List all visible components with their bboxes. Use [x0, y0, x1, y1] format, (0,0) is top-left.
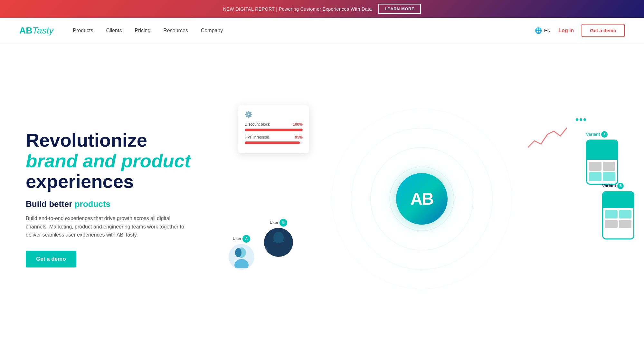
language-selector[interactable]: 🌐 EN [535, 27, 551, 34]
nav-link-clients[interactable]: Clients [106, 28, 122, 34]
banner-cta-button[interactable]: LEARN MORE [378, 4, 421, 14]
va-cell-a [589, 162, 601, 171]
vb-cell-c [605, 210, 618, 218]
nav-link-resources[interactable]: Resources [163, 28, 188, 34]
user-a-badge: A [242, 235, 250, 243]
user-a-avatar [229, 244, 254, 270]
three-dots-menu[interactable] [576, 118, 586, 121]
nav-link-products[interactable]: Products [73, 28, 93, 34]
logo-tasty: Tasty [32, 25, 53, 36]
hero-subtitle-plain: Build better [26, 199, 75, 209]
svg-point-4 [270, 245, 287, 255]
logo-ab: AB [19, 25, 32, 36]
settings-icon: ⚙️ [245, 111, 303, 118]
user-b-badge: B [279, 219, 287, 227]
card-pct-1: 100% [293, 122, 303, 127]
variant-b-container: Variant B [602, 183, 634, 239]
hero-left: Revolutionize brand and product experien… [26, 130, 219, 267]
svg-point-2 [235, 248, 242, 257]
card-row-2: KPI Threshold 95% [245, 135, 303, 140]
hero-title-line1: Revolutionize [26, 130, 147, 150]
language-label: EN [544, 28, 551, 33]
progress-bar-bg-1 [245, 129, 303, 131]
dot-1 [576, 118, 578, 121]
variant-a-phone [586, 140, 618, 185]
va-cell-b [603, 162, 615, 171]
user-a-label: User [233, 237, 242, 241]
vb-cell-a [605, 220, 618, 228]
nav-links: Products Clients Pricing Resources Compa… [73, 28, 535, 34]
card-row-1: Discount block 100% [245, 122, 303, 127]
card-pct-2: 95% [295, 135, 303, 140]
card-label-2: KPI Threshold [245, 135, 269, 140]
dot-3 [583, 118, 586, 121]
hero-title-line3: experiences [26, 171, 134, 192]
hero-section: Revolutionize brand and product experien… [0, 44, 644, 349]
va-cell-d [603, 172, 615, 181]
globe-icon: 🌐 [535, 27, 542, 34]
progress-bar-bg-2 [245, 141, 303, 144]
ab-circle: AB [396, 173, 448, 225]
hero-title-line2: brand and product [26, 150, 191, 171]
chart-line [528, 125, 567, 152]
user-b-avatar [264, 228, 293, 257]
user-a: User A [229, 235, 254, 270]
variant-b-phone [602, 191, 634, 239]
navbar: AB Tasty Products Clients Pricing Resour… [0, 18, 644, 44]
vb-cell-gray [619, 220, 631, 228]
logo[interactable]: AB Tasty [19, 25, 53, 36]
card-label-1: Discount block [245, 122, 270, 127]
get-demo-button-nav[interactable]: Get a demo [582, 24, 625, 37]
get-demo-button-hero[interactable]: Get a demo [26, 251, 76, 267]
hero-subtitle: Build better products [26, 199, 219, 209]
va-cell-c [589, 172, 601, 181]
login-button[interactable]: Log In [558, 28, 574, 34]
svg-point-1 [234, 259, 249, 268]
dot-2 [580, 118, 582, 121]
variant-a-label: Variant [586, 132, 600, 137]
hero-illustration: AB ⚙️ Discount block 100% KPI Threshold … [219, 86, 625, 312]
nav-link-pricing[interactable]: Pricing [135, 28, 150, 34]
variant-a-container: Variant A [586, 131, 618, 185]
progress-bar-fill-1 [245, 129, 303, 131]
user-b: User B [264, 219, 293, 257]
top-banner: NEW DIGITAL REPORT | Powering Customer E… [0, 0, 644, 18]
ab-logo-text: AB [410, 189, 433, 208]
dashboard-card: ⚙️ Discount block 100% KPI Threshold 95% [238, 105, 309, 153]
user-b-label: User [270, 220, 279, 225]
hero-subtitle-teal: products [75, 199, 110, 209]
variant-b-badge: B [617, 183, 624, 189]
progress-bar-fill-2 [245, 141, 300, 144]
nav-right: 🌐 EN Log In Get a demo [535, 24, 625, 37]
nav-link-company[interactable]: Company [201, 28, 223, 34]
hero-title: Revolutionize brand and product experien… [26, 130, 219, 191]
variant-b-label: Variant [602, 183, 616, 188]
vb-cell-b [619, 210, 631, 218]
banner-text: NEW DIGITAL REPORT | Powering Customer E… [223, 6, 372, 12]
variant-a-badge: A [601, 131, 608, 138]
hero-description: Build end-to-end experiences that drive … [26, 214, 193, 239]
